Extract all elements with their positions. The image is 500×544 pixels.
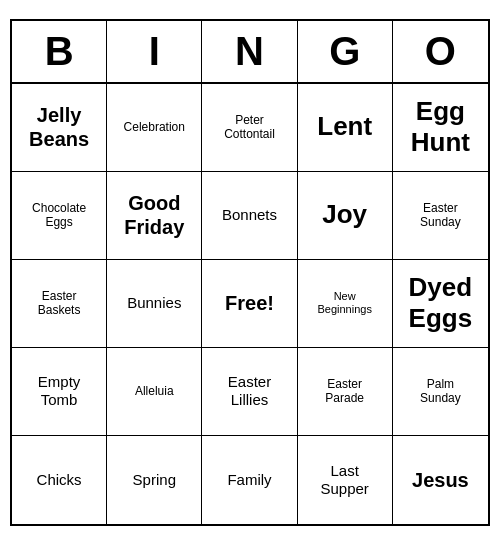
bingo-cell: Jesus bbox=[393, 436, 488, 524]
bingo-cell: Alleluia bbox=[107, 348, 202, 436]
bingo-cell: Good Friday bbox=[107, 172, 202, 260]
bingo-grid: Jelly BeansCelebrationPeter CottontailLe… bbox=[12, 84, 488, 524]
bingo-cell: Dyed Eggs bbox=[393, 260, 488, 348]
cell-text: Jesus bbox=[412, 468, 469, 492]
header-letter: O bbox=[393, 21, 488, 82]
cell-text: Empty Tomb bbox=[38, 373, 81, 409]
bingo-cell: Last Supper bbox=[298, 436, 393, 524]
bingo-cell: Empty Tomb bbox=[12, 348, 107, 436]
header-letter: I bbox=[107, 21, 202, 82]
cell-text: Bunnies bbox=[127, 294, 181, 312]
header-letter: N bbox=[202, 21, 297, 82]
cell-text: Chicks bbox=[37, 471, 82, 489]
bingo-cell: Lent bbox=[298, 84, 393, 172]
cell-text: Jelly Beans bbox=[29, 103, 89, 151]
bingo-cell: Chocolate Eggs bbox=[12, 172, 107, 260]
cell-text: Easter Baskets bbox=[38, 289, 81, 318]
bingo-cell: Free! bbox=[202, 260, 297, 348]
bingo-header: BINGO bbox=[12, 21, 488, 84]
cell-text: Egg Hunt bbox=[411, 96, 470, 158]
bingo-cell: Jelly Beans bbox=[12, 84, 107, 172]
cell-text: Celebration bbox=[124, 120, 185, 134]
cell-text: Good Friday bbox=[124, 191, 184, 239]
bingo-cell: Egg Hunt bbox=[393, 84, 488, 172]
bingo-cell: Easter Sunday bbox=[393, 172, 488, 260]
cell-text: Bonnets bbox=[222, 206, 277, 224]
cell-text: New Beginnings bbox=[317, 290, 371, 316]
bingo-cell: Easter Parade bbox=[298, 348, 393, 436]
cell-text: Spring bbox=[133, 471, 176, 489]
cell-text: Alleluia bbox=[135, 384, 174, 398]
bingo-cell: Palm Sunday bbox=[393, 348, 488, 436]
bingo-cell: Spring bbox=[107, 436, 202, 524]
cell-text: Family bbox=[227, 471, 271, 489]
bingo-cell: Joy bbox=[298, 172, 393, 260]
cell-text: Peter Cottontail bbox=[224, 113, 275, 142]
bingo-cell: Chicks bbox=[12, 436, 107, 524]
bingo-card: BINGO Jelly BeansCelebrationPeter Cotton… bbox=[10, 19, 490, 526]
cell-text: Palm Sunday bbox=[420, 377, 461, 406]
header-letter: B bbox=[12, 21, 107, 82]
bingo-cell: New Beginnings bbox=[298, 260, 393, 348]
cell-text: Lent bbox=[317, 111, 372, 142]
cell-text: Last Supper bbox=[321, 462, 369, 498]
bingo-cell: Celebration bbox=[107, 84, 202, 172]
bingo-cell: Easter Lillies bbox=[202, 348, 297, 436]
cell-text: Chocolate Eggs bbox=[32, 201, 86, 230]
cell-text: Dyed Eggs bbox=[409, 272, 473, 334]
cell-text: Free! bbox=[225, 291, 274, 315]
cell-text: Easter Lillies bbox=[228, 373, 271, 409]
bingo-cell: Bunnies bbox=[107, 260, 202, 348]
header-letter: G bbox=[298, 21, 393, 82]
cell-text: Easter Sunday bbox=[420, 201, 461, 230]
bingo-cell: Easter Baskets bbox=[12, 260, 107, 348]
bingo-cell: Bonnets bbox=[202, 172, 297, 260]
bingo-cell: Family bbox=[202, 436, 297, 524]
cell-text: Joy bbox=[322, 199, 367, 230]
cell-text: Easter Parade bbox=[325, 377, 364, 406]
bingo-cell: Peter Cottontail bbox=[202, 84, 297, 172]
